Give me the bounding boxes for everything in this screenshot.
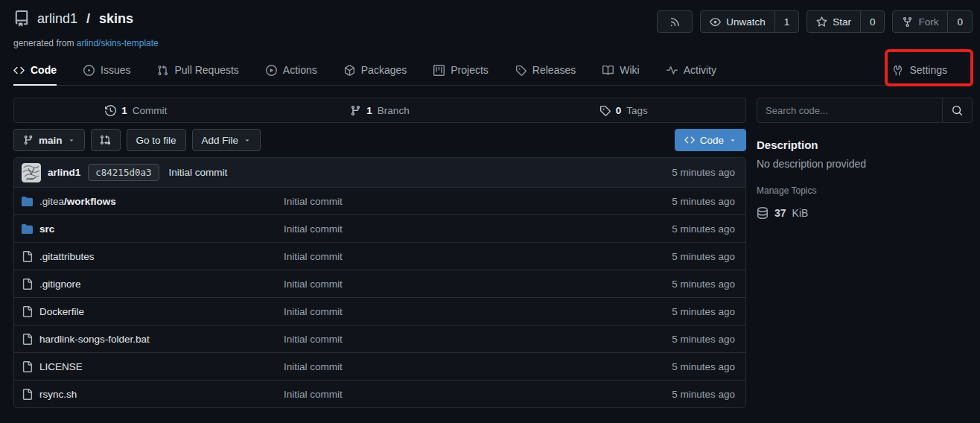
- file-name[interactable]: /workflows: [64, 196, 116, 207]
- tab-issues[interactable]: Issues: [83, 56, 130, 86]
- file-name[interactable]: .gitignore: [39, 279, 81, 290]
- file-name[interactable]: .gitattributes: [39, 251, 95, 262]
- row-commit-message[interactable]: Initial commit: [284, 389, 672, 400]
- star-label: Star: [833, 16, 851, 28]
- path-segment[interactable]: .gitea: [39, 196, 64, 207]
- fork-count[interactable]: 0: [947, 11, 972, 32]
- tags-stat[interactable]: 0 Tags: [502, 98, 745, 122]
- branch-selector[interactable]: main: [13, 129, 85, 151]
- search-input[interactable]: [757, 98, 942, 122]
- tab-wiki-label: Wiki: [620, 64, 639, 76]
- commit-message-link[interactable]: Initial commit: [169, 167, 228, 178]
- branches-stat[interactable]: 1 Branch: [258, 98, 501, 122]
- compare-button[interactable]: [91, 129, 121, 151]
- commits-stat[interactable]: 1 Commit: [14, 98, 258, 122]
- tab-pull-requests[interactable]: Pull Requests: [157, 56, 238, 86]
- row-commit-message[interactable]: Initial commit: [284, 251, 672, 262]
- star-count[interactable]: 0: [860, 11, 885, 32]
- branch-name: main: [39, 135, 63, 146]
- row-commit-message[interactable]: Initial commit: [284, 306, 672, 317]
- tab-settings[interactable]: Settings: [892, 56, 947, 86]
- file-link[interactable]: rsync.sh: [22, 389, 284, 400]
- fork-button[interactable]: Fork: [893, 11, 947, 32]
- tab-activity[interactable]: Activity: [666, 56, 716, 86]
- avatar[interactable]: [22, 163, 41, 182]
- generated-from: generated from arlind/skins-template: [13, 38, 973, 48]
- file-link[interactable]: Dockerfile: [22, 306, 284, 317]
- add-file-button[interactable]: Add File: [192, 129, 261, 151]
- file-icon: [22, 279, 33, 290]
- repo-name-link[interactable]: skins: [99, 11, 133, 27]
- repo-main: 1 Commit 1 Branch 0 Tags main: [13, 98, 746, 408]
- code-download-button[interactable]: Code: [675, 129, 746, 151]
- repo-actions: Unwatch 1 Star 0: [657, 10, 973, 33]
- star-icon: [816, 16, 827, 28]
- tab-code-label: Code: [31, 64, 57, 76]
- pulse-icon: [666, 65, 678, 76]
- tab-wiki[interactable]: Wiki: [602, 56, 639, 86]
- file-icon: [22, 251, 33, 262]
- row-commit-message[interactable]: Initial commit: [284, 361, 672, 372]
- code-button-label: Code: [700, 135, 724, 146]
- table-row: .gitattributes Initial commit 5 minutes …: [14, 242, 745, 270]
- unwatch-button[interactable]: Unwatch: [701, 11, 774, 32]
- row-time: 5 minutes ago: [672, 251, 738, 262]
- manage-topics-link[interactable]: Manage Topics: [757, 185, 973, 196]
- fork-label: Fork: [918, 16, 938, 28]
- table-row: src Initial commit 5 minutes ago: [14, 214, 745, 242]
- commit-author-link[interactable]: arlind1: [48, 167, 80, 178]
- tag-icon: [515, 65, 526, 76]
- file-link[interactable]: .gitea/workflows: [22, 196, 284, 207]
- file-name[interactable]: LICENSE: [39, 361, 83, 372]
- file-name[interactable]: Dockerfile: [39, 306, 84, 317]
- row-commit-message[interactable]: Initial commit: [284, 223, 672, 235]
- tab-code[interactable]: Code: [13, 56, 57, 86]
- file-link[interactable]: .gitattributes: [22, 251, 284, 262]
- template-repo-link[interactable]: arlind/skins-template: [77, 38, 159, 48]
- folder-icon: [22, 196, 33, 207]
- search-button[interactable]: [942, 98, 972, 122]
- commit-hash-badge[interactable]: c84215d0a3: [88, 164, 159, 181]
- tab-releases-label: Releases: [532, 64, 576, 76]
- go-to-file-button[interactable]: Go to file: [127, 129, 186, 151]
- repo-book-icon: [13, 10, 30, 27]
- fork-icon: [902, 16, 913, 28]
- commit-time: 5 minutes ago: [672, 167, 738, 178]
- code-icon: [13, 65, 25, 76]
- row-commit-message[interactable]: Initial commit: [284, 196, 672, 207]
- tag-icon: [599, 105, 611, 116]
- tab-actions-label: Actions: [283, 64, 317, 76]
- file-name[interactable]: rsync.sh: [39, 389, 77, 400]
- tab-activity-label: Activity: [684, 64, 716, 76]
- branch-label: Branch: [378, 105, 410, 116]
- file-link[interactable]: hardlink-songs-folder.bat: [22, 334, 284, 345]
- row-commit-message[interactable]: Initial commit: [284, 279, 672, 290]
- tab-projects[interactable]: Projects: [433, 56, 489, 86]
- branch-icon: [350, 105, 361, 116]
- row-time: 5 minutes ago: [672, 334, 738, 345]
- branch-count: 1: [366, 105, 372, 116]
- rss-button[interactable]: [658, 11, 692, 32]
- tab-packages[interactable]: Packages: [344, 56, 407, 86]
- repo-owner-link[interactable]: arlind1: [37, 11, 77, 27]
- tab-releases[interactable]: Releases: [515, 56, 576, 86]
- file-link[interactable]: src: [22, 223, 284, 235]
- row-time: 5 minutes ago: [672, 196, 738, 207]
- table-row: rsync.sh Initial commit 5 minutes ago: [14, 380, 745, 407]
- repo-page: arlind1 / skins: [0, 0, 980, 423]
- file-icon: [22, 334, 33, 345]
- file-link[interactable]: .gitignore: [22, 279, 284, 290]
- tab-actions[interactable]: Actions: [266, 56, 317, 86]
- watch-count[interactable]: 1: [774, 11, 799, 32]
- file-name[interactable]: hardlink-songs-folder.bat: [39, 334, 150, 345]
- code-icon: [684, 135, 695, 145]
- repo-title: arlind1 / skins: [13, 10, 133, 27]
- tab-projects-label: Projects: [451, 64, 489, 76]
- file-link[interactable]: LICENSE: [22, 361, 284, 372]
- row-time: 5 minutes ago: [672, 361, 738, 372]
- database-icon: [757, 207, 769, 219]
- row-commit-message[interactable]: Initial commit: [284, 334, 672, 345]
- file-name[interactable]: src: [39, 223, 54, 235]
- tab-pull-requests-label: Pull Requests: [174, 64, 238, 76]
- star-button[interactable]: Star: [807, 11, 860, 32]
